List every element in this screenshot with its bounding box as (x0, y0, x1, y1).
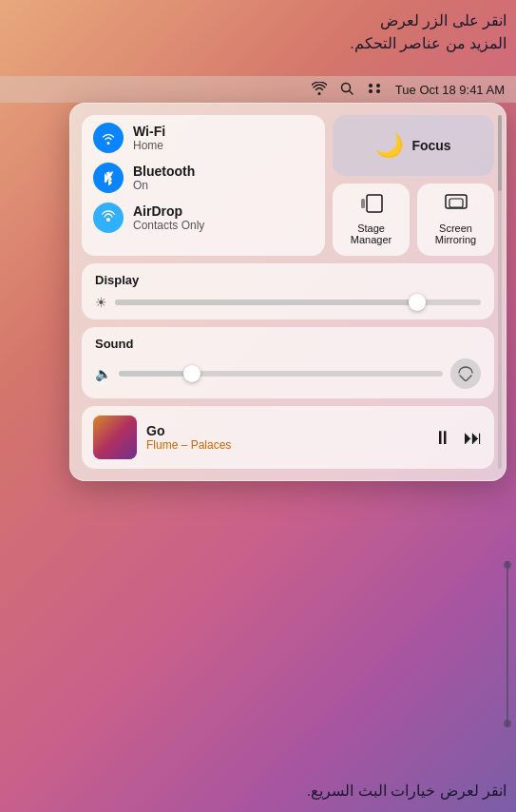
display-slider-thumb[interactable] (409, 294, 426, 311)
display-slider-fill (115, 300, 426, 305)
svg-point-2 (369, 84, 373, 87)
playback-controls: ⏸ ⏭ (433, 427, 483, 449)
display-label: Display (95, 273, 481, 287)
bluetooth-item[interactable]: ✗ Bluetooth On (93, 163, 314, 193)
annotation-top-line1: انقر على الزر لعرض (10, 10, 506, 32)
connectivity-group: Wi-Fi Home ✗ Bluetooth On (82, 115, 325, 256)
wifi-text: Wi-Fi Home (133, 124, 165, 152)
display-slider[interactable] (115, 300, 481, 305)
wifi-sublabel: Home (133, 139, 165, 152)
screen-mirroring-label: Screen Mirroring (421, 222, 490, 245)
search-menubar-icon[interactable] (340, 82, 354, 98)
svg-rect-9 (446, 195, 467, 208)
wifi-item[interactable]: Wi-Fi Home (93, 123, 314, 153)
wifi-menubar-icon[interactable] (312, 82, 327, 98)
svg-rect-7 (367, 195, 382, 212)
stage-manager-icon (360, 194, 383, 219)
svg-point-3 (376, 84, 380, 87)
stage-manager-label: Stage Manager (336, 222, 406, 245)
airdrop-label: AirDrop (133, 203, 204, 219)
now-playing-section: Go Flume – Palaces ⏸ ⏭ (82, 406, 494, 469)
callout-line (506, 561, 508, 727)
bluetooth-text: Bluetooth On (133, 164, 195, 192)
forward-button[interactable]: ⏭ (464, 427, 483, 449)
callout-dot-bottom (504, 720, 511, 727)
focus-button[interactable]: 🌙 Focus (333, 115, 494, 176)
pause-button[interactable]: ⏸ (433, 427, 452, 449)
annotation-bottom-text: انقر لعرض خيارات البث السريع. (10, 780, 506, 802)
album-art (93, 416, 137, 459)
callout-dot-top (504, 561, 511, 569)
sound-section: Sound 🔈 (82, 327, 494, 398)
airdrop-sublabel: Contacts Only (133, 219, 204, 232)
brightness-icon: ☀ (95, 295, 107, 310)
svg-point-4 (369, 89, 373, 93)
track-title: Go (146, 423, 424, 438)
sound-slider-row: 🔈 (95, 358, 481, 389)
control-center-panel: Wi-Fi Home ✗ Bluetooth On (69, 103, 506, 481)
bluetooth-icon: ✗ (93, 163, 124, 193)
sound-slider-thumb[interactable] (183, 365, 201, 382)
airdrop-item[interactable]: AirDrop Contacts Only (93, 203, 314, 233)
annotation-bottom: انقر لعرض خيارات البث السريع. (10, 780, 506, 802)
screen-mirroring-button[interactable]: Screen Mirroring (417, 184, 494, 256)
track-info: Go Flume – Palaces (146, 423, 424, 452)
wifi-label: Wi-Fi (133, 124, 165, 139)
svg-point-5 (376, 89, 380, 93)
volume-icon: 🔈 (95, 366, 111, 381)
annotation-top-line2: المزيد من عناصر التحكم. (10, 32, 506, 55)
scrollbar-thumb (498, 115, 502, 191)
sound-slider[interactable] (119, 371, 443, 377)
airdrop-text: AirDrop Contacts Only (133, 203, 204, 232)
annotation-top: انقر على الزر لعرض المزيد من عناصر التحك… (10, 10, 506, 55)
sound-label: Sound (95, 337, 481, 351)
bluetooth-sublabel: On (133, 179, 195, 192)
control-center-menubar-icon[interactable] (367, 82, 382, 98)
album-art-image (93, 416, 137, 459)
track-artist: Flume – Palaces (146, 438, 424, 452)
wifi-icon (93, 123, 124, 153)
svg-point-6 (106, 218, 110, 222)
display-section: Display ☀ (82, 263, 494, 319)
sound-slider-fill (119, 371, 183, 377)
focus-label: Focus (411, 138, 450, 153)
screen-mirroring-icon (445, 194, 468, 219)
airplay-button[interactable] (450, 358, 481, 389)
svg-rect-10 (449, 199, 463, 207)
svg-line-1 (349, 90, 353, 94)
scrollbar[interactable] (498, 115, 502, 469)
bluetooth-label: Bluetooth (133, 164, 195, 179)
stage-manager-button[interactable]: Stage Manager (333, 184, 410, 256)
menubar: Tue Oct 18 9:41 AM (0, 76, 516, 103)
menubar-datetime: Tue Oct 18 9:41 AM (395, 83, 505, 97)
airdrop-icon (93, 203, 124, 233)
display-slider-row: ☀ (95, 295, 481, 310)
svg-rect-8 (361, 199, 365, 208)
